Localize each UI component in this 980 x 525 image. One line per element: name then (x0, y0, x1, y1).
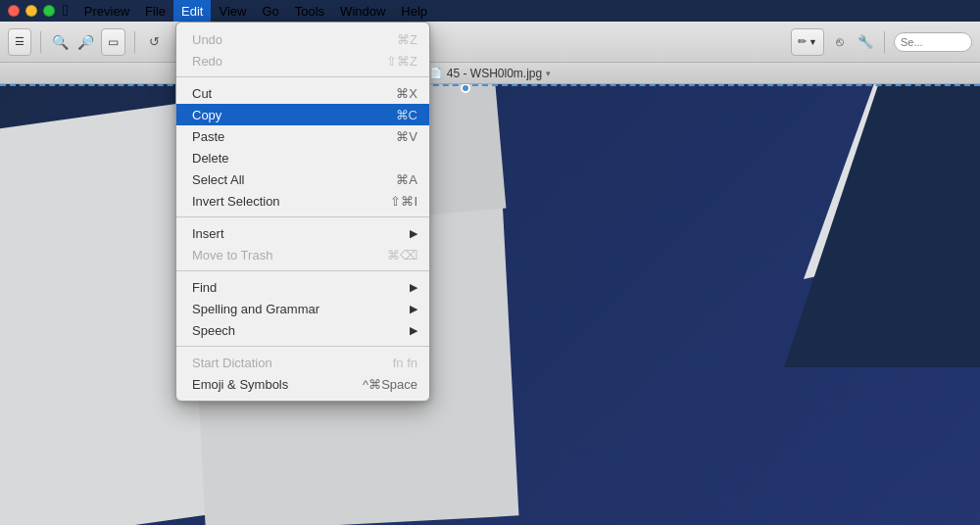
share-button[interactable]: ⎋ (830, 32, 850, 52)
zoom-out-icon: 🔍 (52, 34, 69, 50)
menubar:  Preview File Edit View Go Tools Window… (0, 0, 980, 22)
menu-item-insert[interactable]: Insert ▶ (176, 222, 429, 244)
minimize-button[interactable] (25, 5, 37, 17)
selection-border (0, 84, 980, 86)
menu-item-file[interactable]: File (137, 0, 173, 22)
menu-item-redo[interactable]: Redo ⇧⌘Z (176, 50, 429, 72)
tab-dropdown-chevron[interactable]: ▾ (546, 69, 551, 78)
find-submenu-arrow: ▶ (410, 281, 417, 294)
menu-item-speech[interactable]: Speech ▶ (176, 319, 429, 341)
menu-item-window[interactable]: Window (332, 0, 393, 22)
menu-section-undo-redo: Undo ⌘Z Redo ⇧⌘Z (176, 26, 429, 73)
view-size-icon: ▭ (108, 35, 119, 49)
menu-section-insert: Insert ▶ Move to Trash ⌘⌫ (176, 220, 429, 267)
search-input[interactable] (894, 32, 972, 52)
share-icon: ⎋ (836, 34, 844, 49)
toolbox-icon: 🔧 (858, 34, 873, 49)
spelling-submenu-arrow: ▶ (410, 303, 417, 315)
tabbar: 📄 45 - WSH0l0m.jpg ▾ (0, 63, 980, 84)
invert-selection-shortcut: ⇧⌘I (390, 194, 417, 209)
menu-item-paste[interactable]: Paste ⌘V (176, 125, 429, 147)
tab-title: 📄 45 - WSH0l0m.jpg ▾ (429, 67, 551, 80)
document-title: 45 - WSH0l0m.jpg (447, 67, 542, 80)
menu-section-dictation: Start Dictation fn fn Emoji & Symbols ^⌘… (176, 350, 429, 397)
annotation-button[interactable]: ✏ ▼ (791, 28, 824, 56)
apple-menu[interactable]:  (55, 0, 76, 22)
menu-item-preview[interactable]: Preview (76, 0, 137, 22)
annotation-chevron: ▼ (808, 37, 817, 47)
paste-shortcut: ⌘V (396, 129, 417, 144)
rotate-left-icon: ↺ (149, 34, 160, 49)
menu-item-go[interactable]: Go (254, 0, 286, 22)
view-size-button[interactable]: ▭ (101, 28, 125, 56)
menu-item-invert-selection[interactable]: Invert Selection ⇧⌘I (176, 190, 429, 212)
menu-divider-4 (176, 346, 429, 347)
menu-item-start-dictation[interactable]: Start Dictation fn fn (176, 352, 429, 373)
menu-section-find: Find ▶ Spelling and Grammar ▶ Speech ▶ (176, 274, 429, 343)
sidebar-toggle-button[interactable]: ☰ (8, 28, 31, 56)
menu-item-cut[interactable]: Cut ⌘X (176, 82, 429, 104)
toolbar-separator-3 (884, 31, 885, 53)
toolbar-right: ✏ ▼ ⎋ 🔧 (791, 28, 972, 56)
zoom-in-button[interactable]: 🔎 (75, 32, 95, 52)
edit-menu-dropdown: Undo ⌘Z Redo ⇧⌘Z Cut ⌘X Copy ⌘C Paste ⌘V… (175, 22, 430, 402)
menu-item-emoji-symbols[interactable]: Emoji & Symbols ^⌘Space (176, 373, 429, 395)
toolbar-separator-2 (134, 31, 135, 53)
menu-divider-2 (176, 216, 429, 217)
menu-item-edit[interactable]: Edit (173, 0, 211, 22)
toolbar: ☰ 🔍 🔎 ▭ ↺ ✏ ▼ ⎋ 🔧 (0, 22, 980, 63)
document-icon: 📄 (429, 67, 443, 79)
toolbox-button[interactable]: 🔧 (856, 32, 875, 52)
menu-section-clipboard: Cut ⌘X Copy ⌘C Paste ⌘V Delete Select Al… (176, 80, 429, 214)
traffic-lights (0, 5, 55, 17)
dictation-shortcut: fn fn (393, 356, 417, 370)
cut-shortcut: ⌘X (396, 86, 417, 101)
menu-item-tools[interactable]: Tools (287, 0, 332, 22)
select-all-shortcut: ⌘A (396, 172, 417, 187)
menu-divider-1 (176, 76, 429, 77)
menu-item-help[interactable]: Help (393, 0, 435, 22)
move-to-trash-shortcut: ⌘⌫ (387, 248, 417, 262)
menu-item-select-all[interactable]: Select All ⌘A (176, 168, 429, 190)
image-content (0, 83, 980, 525)
sidebar-icon: ☰ (15, 35, 24, 48)
redo-shortcut: ⇧⌘Z (386, 54, 417, 69)
insert-submenu-arrow: ▶ (410, 227, 417, 240)
speech-submenu-arrow: ▶ (410, 324, 417, 337)
emoji-shortcut: ^⌘Space (363, 377, 417, 392)
selection-handle (461, 83, 470, 93)
undo-shortcut: ⌘Z (397, 32, 417, 47)
maximize-button[interactable] (43, 5, 55, 17)
zoom-out-button[interactable]: 🔍 (50, 32, 70, 52)
menu-item-spelling-grammar[interactable]: Spelling and Grammar ▶ (176, 298, 429, 319)
rotate-left-button[interactable]: ↺ (144, 32, 164, 52)
menu-item-view[interactable]: View (211, 0, 254, 22)
menu-item-copy[interactable]: Copy ⌘C (176, 104, 429, 125)
menu-divider-3 (176, 270, 429, 271)
menu-item-delete[interactable]: Delete (176, 147, 429, 168)
zoom-in-icon: 🔎 (77, 34, 94, 50)
copy-shortcut: ⌘C (396, 108, 417, 122)
close-button[interactable] (8, 5, 20, 17)
toolbar-separator-1 (40, 31, 41, 53)
pen-icon: ✏ (798, 35, 807, 48)
menu-item-undo[interactable]: Undo ⌘Z (176, 28, 429, 50)
menu-item-move-to-trash[interactable]: Move to Trash ⌘⌫ (176, 244, 429, 265)
menu-item-find[interactable]: Find ▶ (176, 276, 429, 298)
